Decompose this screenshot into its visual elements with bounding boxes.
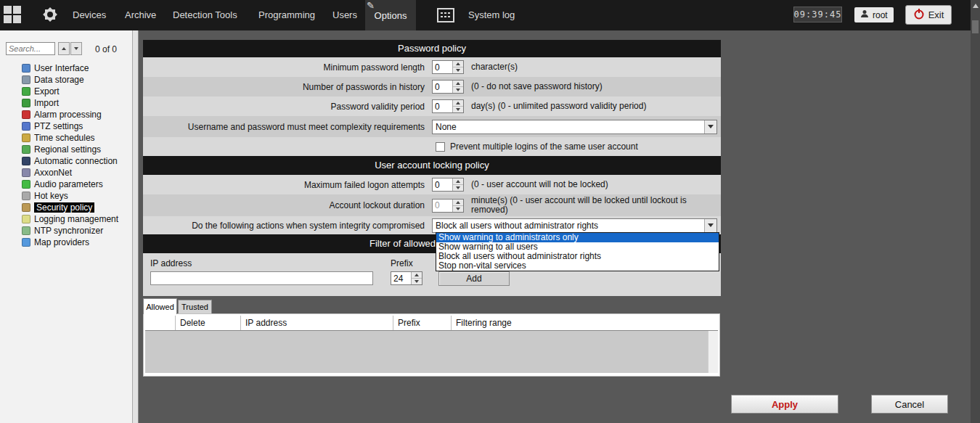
- tab-allowed[interactable]: Allowed: [143, 298, 177, 314]
- scrollbar-thumb[interactable]: [972, 20, 979, 33]
- table-body-empty: [145, 331, 718, 373]
- account-lockout-duration-input[interactable]: [432, 199, 464, 213]
- password-validity-input[interactable]: [432, 99, 464, 113]
- integrity-actions-dropdown[interactable]: Block all users without administrator ri…: [432, 218, 717, 233]
- spinner-value[interactable]: [391, 272, 411, 284]
- prevent-multiple-logins-checkbox[interactable]: [436, 142, 445, 152]
- spinner-down-button[interactable]: [453, 67, 463, 73]
- dropdown-option[interactable]: Block all users without administrator ri…: [436, 252, 719, 261]
- dropdown-option[interactable]: Stop non-vital services: [436, 261, 719, 271]
- sidebar-item-automatic-connection[interactable]: Automatic connection: [0, 155, 132, 167]
- search-next-button[interactable]: [70, 42, 82, 55]
- settings-sidebar: 0 of 0 User Interface Data storage Expor…: [0, 30, 132, 423]
- grid-square: [4, 15, 12, 23]
- spinner-down-button[interactable]: [453, 206, 463, 212]
- ip-address-label: IP address: [150, 258, 192, 268]
- spinner-up-button[interactable]: [453, 200, 463, 206]
- complexity-requirements-dropdown[interactable]: None: [432, 120, 717, 134]
- spinner-value[interactable]: [433, 81, 452, 93]
- spinner-up-button[interactable]: [453, 61, 463, 67]
- sidebar-item-audio-parameters[interactable]: Audio parameters: [0, 178, 132, 190]
- spinner-down-button[interactable]: [412, 279, 422, 284]
- search-input[interactable]: [6, 42, 55, 55]
- sidebar-item-hot-keys[interactable]: Hot keys: [0, 190, 132, 202]
- sidebar-item-axxonnet[interactable]: AxxonNet: [0, 167, 132, 178]
- spinner-up-button[interactable]: [453, 178, 463, 185]
- menu-detection-tools[interactable]: Detection Tools: [173, 9, 237, 20]
- current-user-button[interactable]: root: [854, 7, 894, 22]
- cancel-button[interactable]: Cancel: [871, 395, 948, 414]
- passwords-in-history-hint: (0 - do not save password history): [471, 82, 603, 91]
- spinner-up-button[interactable]: [412, 272, 422, 279]
- scroll-up-arrow-icon[interactable]: [973, 4, 979, 8]
- settings-gear-icon[interactable]: [41, 5, 60, 27]
- spinner-value[interactable]: [433, 100, 452, 112]
- spinner-arrows: [452, 100, 463, 112]
- prefix-input[interactable]: [391, 271, 422, 285]
- dropdown-arrow-button[interactable]: [704, 120, 716, 134]
- password-validity-row: Password validity period day(s) (0 - unl…: [143, 96, 721, 116]
- add-button[interactable]: Add: [438, 271, 510, 286]
- dropdown-arrow-button[interactable]: [704, 219, 716, 232]
- minimum-password-length-input[interactable]: [432, 60, 464, 74]
- menu-system-log[interactable]: System log: [468, 9, 515, 20]
- axxonnet-icon: [22, 168, 30, 177]
- sidebar-item-logging-management[interactable]: Logging management: [0, 213, 132, 225]
- passwords-in-history-row: Number of passwords in history (0 - do n…: [143, 77, 721, 96]
- sidebar-item-security-policy[interactable]: Security policy: [0, 202, 132, 213]
- search-prev-button[interactable]: [58, 42, 70, 55]
- spinner-up-button[interactable]: [453, 81, 463, 87]
- table-scrollbar[interactable]: [708, 331, 718, 373]
- sidebar-item-map-providers[interactable]: Map providers: [0, 237, 132, 248]
- alarm-processing-icon: [22, 110, 30, 119]
- complexity-requirements-label: Username and password must meet complexi…: [143, 122, 432, 132]
- spinner-value[interactable]: [433, 200, 452, 212]
- spinner-up-button[interactable]: [453, 100, 463, 107]
- menu-users[interactable]: Users: [332, 9, 357, 20]
- table-header-filtering-range: Filtering range: [452, 316, 718, 330]
- menu-programming[interactable]: Programming: [258, 9, 315, 20]
- account-lockout-duration-row: Account lockout duration minute(s) (0 - …: [143, 194, 721, 216]
- exit-button[interactable]: Exit: [905, 5, 952, 25]
- table-header-delete: Delete: [176, 316, 241, 330]
- sidebar-item-ptz-settings[interactable]: PTZ settings: [0, 120, 132, 132]
- table-header-empty: [145, 316, 176, 330]
- system-log-icon[interactable]: [437, 8, 454, 25]
- complexity-requirements-row: Username and password must meet complexi…: [143, 116, 721, 137]
- spinner-value[interactable]: [433, 178, 452, 191]
- sidebar-item-data-storage[interactable]: Data storage: [0, 74, 132, 86]
- grid-square: [13, 15, 21, 23]
- data-storage-icon: [22, 75, 30, 84]
- arrow-down-icon: [415, 280, 419, 283]
- sidebar-item-alarm-processing[interactable]: Alarm processing: [0, 109, 132, 120]
- sidebar-item-ntp-synchronizer[interactable]: NTP synchronizer: [0, 225, 132, 237]
- apps-grid-icon[interactable]: [4, 6, 22, 24]
- menu-devices[interactable]: Devices: [73, 9, 106, 20]
- dropdown-option[interactable]: Show warning to all users: [436, 242, 719, 252]
- spinner-down-button[interactable]: [453, 87, 463, 93]
- ip-address-input[interactable]: [150, 271, 373, 285]
- dropdown-option[interactable]: Show warning to administrators only: [436, 233, 719, 242]
- passwords-in-history-input[interactable]: [432, 80, 464, 94]
- spinner-down-button[interactable]: [453, 185, 463, 191]
- spinner-down-button[interactable]: [453, 107, 463, 112]
- apply-button[interactable]: Apply: [731, 395, 838, 414]
- spinner-arrows: [452, 178, 463, 191]
- spinner-value[interactable]: [433, 61, 452, 73]
- tab-trusted[interactable]: Trusted: [178, 300, 212, 314]
- spinner-arrows: [452, 61, 463, 73]
- dropdown-value: Block all users without administrator ri…: [433, 221, 704, 231]
- logging-management-icon: [22, 215, 30, 223]
- sidebar-item-regional-settings[interactable]: Regional settings: [0, 144, 132, 155]
- arrow-down-icon: [456, 108, 460, 111]
- sidebar-scrollbar[interactable]: [132, 30, 139, 423]
- menu-archive[interactable]: Archive: [125, 9, 156, 20]
- sidebar-item-user-interface[interactable]: User Interface: [0, 62, 132, 74]
- app-window: Devices Archive Detection Tools Programm…: [0, 0, 980, 423]
- sidebar-item-time-schedules[interactable]: Time schedules: [0, 132, 132, 144]
- max-failed-logon-input[interactable]: [432, 178, 464, 192]
- sidebar-item-export[interactable]: Export: [0, 86, 132, 97]
- password-validity-label: Password validity period: [143, 102, 432, 112]
- window-scrollbar[interactable]: [971, 0, 980, 423]
- sidebar-item-import[interactable]: Import: [0, 97, 132, 109]
